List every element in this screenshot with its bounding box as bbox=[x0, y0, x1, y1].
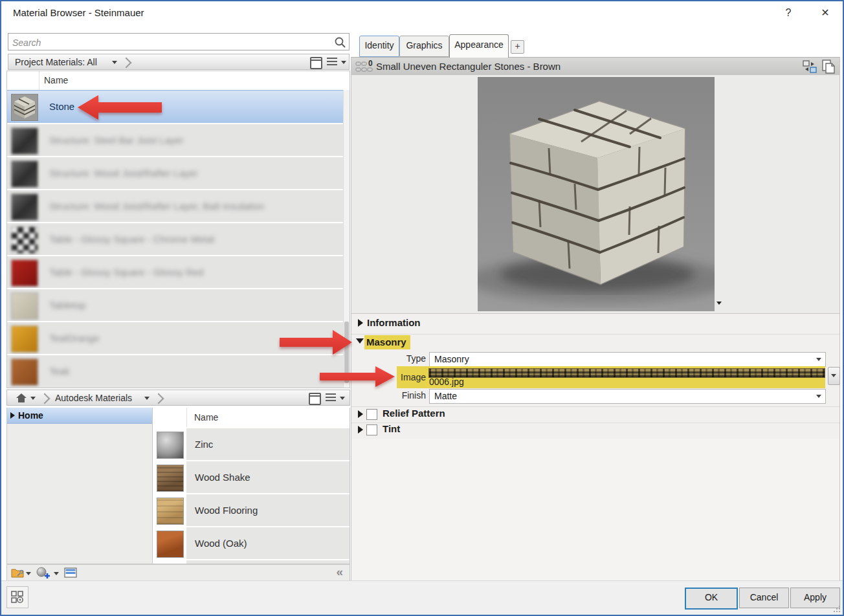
type-selected-value: Masonry bbox=[434, 354, 469, 364]
material-row-redacted[interactable]: Table - Glossy Square - Glossy Red bbox=[7, 255, 345, 289]
appearance-panel: 0 Small Uneven Rectanguler Stones - Brow… bbox=[351, 57, 840, 580]
relief-pattern-checkbox[interactable] bbox=[366, 409, 377, 420]
tint-expand-icon[interactable] bbox=[358, 426, 363, 434]
help-button[interactable]: ? bbox=[780, 6, 797, 20]
material-row-redacted[interactable]: Structure: Steel Bar Joist Layer bbox=[7, 123, 345, 157]
thumbnail-view-button[interactable] bbox=[309, 393, 321, 405]
close-button[interactable]: ✕ bbox=[817, 6, 834, 20]
material-thumbnail bbox=[11, 226, 38, 254]
resize-grip[interactable] bbox=[834, 606, 840, 612]
library-row-label: Zinc bbox=[195, 439, 213, 450]
replace-asset-icon[interactable] bbox=[802, 60, 817, 74]
material-thumbnail bbox=[11, 160, 38, 188]
project-materials-dropdown-icon[interactable] bbox=[112, 61, 117, 64]
masonry-collapse-icon[interactable] bbox=[356, 338, 364, 344]
properties-empty-area bbox=[351, 439, 839, 580]
thumbnail-view-button[interactable] bbox=[310, 57, 322, 69]
chevron-down-icon bbox=[831, 374, 836, 377]
asset-browser-button[interactable] bbox=[6, 586, 28, 608]
project-materials-label[interactable]: Project Materials: All bbox=[15, 57, 97, 67]
view-options-dropdown-icon[interactable] bbox=[340, 397, 345, 400]
list-view-button[interactable] bbox=[326, 393, 336, 402]
create-material-icon[interactable] bbox=[36, 567, 50, 580]
finish-selected-value: Matte bbox=[434, 391, 457, 401]
finish-select[interactable]: Matte bbox=[429, 389, 826, 404]
preview-options-dropdown-icon[interactable] bbox=[716, 302, 722, 305]
duplicate-asset-icon[interactable] bbox=[821, 59, 836, 74]
library-tree: Home bbox=[7, 408, 153, 564]
material-row-label-blurred: TealOrange bbox=[49, 333, 100, 344]
relief-pattern-expand-icon[interactable] bbox=[358, 410, 363, 418]
library-row-zinc[interactable]: Zinc bbox=[153, 427, 350, 461]
section-relief-pattern[interactable]: Relief Pattern bbox=[383, 408, 445, 419]
name-column-header[interactable]: Name bbox=[194, 412, 218, 423]
collapse-panel-icon[interactable]: « bbox=[336, 565, 343, 579]
cancel-button[interactable]: Cancel bbox=[739, 588, 789, 608]
name-column-header[interactable]: Name bbox=[44, 75, 68, 85]
chevron-down-icon bbox=[816, 395, 821, 398]
material-thumbnail bbox=[11, 193, 38, 221]
material-row-redacted[interactable]: Structure: Wood Joist/Rafter Layer, Batt… bbox=[7, 189, 345, 223]
material-row-redacted[interactable]: Structure: Wood Joist/Rafter Layer bbox=[7, 156, 345, 190]
tree-item-label: Home bbox=[18, 410, 43, 421]
material-preview-area bbox=[351, 75, 839, 313]
create-material-dropdown-icon[interactable] bbox=[54, 572, 59, 575]
add-tab-button[interactable]: + bbox=[511, 40, 524, 54]
section-information[interactable]: Information bbox=[367, 317, 421, 328]
open-asset-browser-icon[interactable] bbox=[64, 567, 77, 578]
tint-checkbox[interactable] bbox=[366, 424, 377, 435]
tab-graphics[interactable]: Graphics bbox=[399, 36, 449, 57]
manage-library-dropdown-icon[interactable] bbox=[26, 572, 31, 575]
tree-item-home[interactable]: Home bbox=[7, 408, 152, 424]
library-row-wood-oak[interactable]: Wood (Oak) bbox=[153, 526, 350, 560]
manage-library-folder-icon[interactable] bbox=[11, 567, 24, 578]
project-materials-header: Project Materials: All bbox=[8, 54, 350, 70]
wood-shake-thumbnail bbox=[157, 465, 184, 492]
grid-gear-icon bbox=[11, 591, 24, 604]
image-texture-preview[interactable] bbox=[428, 368, 825, 378]
library-dropdown-icon[interactable] bbox=[144, 397, 150, 400]
material-row-label: Stone bbox=[49, 101, 74, 112]
home-icon[interactable] bbox=[16, 393, 27, 402]
appearance-properties: Information Masonry Type Masonry Image 0… bbox=[351, 313, 839, 439]
view-options-dropdown-icon[interactable] bbox=[341, 61, 346, 64]
library-row-partial[interactable] bbox=[153, 559, 350, 564]
library-toolbar: « bbox=[6, 564, 350, 581]
image-options-button[interactable] bbox=[828, 367, 840, 385]
stone-cube-preview[interactable] bbox=[478, 77, 715, 311]
section-tint[interactable]: Tint bbox=[383, 423, 400, 434]
material-row-label-blurred: Table - Glossy Square - Glossy Red bbox=[49, 267, 203, 278]
library-row-wood-shake[interactable]: Wood Shake bbox=[153, 460, 350, 494]
material-row-label-blurred: Tabletop bbox=[49, 300, 86, 311]
information-expand-icon[interactable] bbox=[358, 319, 363, 327]
expand-icon[interactable] bbox=[10, 412, 15, 419]
column-header-row: Name bbox=[153, 408, 350, 428]
breadcrumb-chevron-icon bbox=[153, 393, 164, 404]
search-input[interactable] bbox=[11, 34, 331, 50]
material-row-stone[interactable]: Stone bbox=[7, 90, 345, 124]
material-row-redacted[interactable]: Teak bbox=[7, 354, 345, 388]
tab-appearance[interactable]: Appearance bbox=[449, 34, 509, 58]
share-count: 0 bbox=[368, 59, 373, 68]
material-row-label-blurred: Teak bbox=[49, 366, 70, 377]
material-browser-dialog: Material Browser - Steinmauer ? ✕ Projec… bbox=[0, 0, 844, 616]
apply-button[interactable]: Apply bbox=[790, 588, 840, 608]
breadcrumb-chevron-icon bbox=[39, 393, 50, 404]
zinc-thumbnail bbox=[157, 432, 184, 459]
material-row-label-blurred: Table - Glossy Square - Chrome Metal bbox=[49, 234, 214, 245]
library-row-wood-flooring[interactable]: Wood Flooring bbox=[153, 493, 350, 527]
library-breadcrumb: Autodesk Materials bbox=[6, 390, 350, 406]
image-file-name[interactable]: 0006.jpg bbox=[429, 377, 464, 387]
tab-identity[interactable]: Identity bbox=[359, 36, 399, 57]
material-row-redacted[interactable]: Table - Glossy Square - Chrome Metal bbox=[7, 222, 345, 256]
search-icon[interactable] bbox=[334, 36, 346, 49]
ok-button[interactable]: OK bbox=[685, 588, 738, 610]
chevron-down-icon bbox=[816, 358, 821, 361]
home-dropdown-icon[interactable] bbox=[30, 397, 36, 400]
list-view-button[interactable] bbox=[327, 58, 337, 67]
dialog-footer: OK Cancel Apply bbox=[1, 580, 843, 615]
library-breadcrumb-label[interactable]: Autodesk Materials bbox=[55, 393, 132, 403]
type-select[interactable]: Masonry bbox=[429, 352, 826, 367]
material-row-redacted[interactable]: Tabletop bbox=[7, 288, 345, 322]
section-masonry[interactable]: Masonry bbox=[364, 335, 410, 349]
